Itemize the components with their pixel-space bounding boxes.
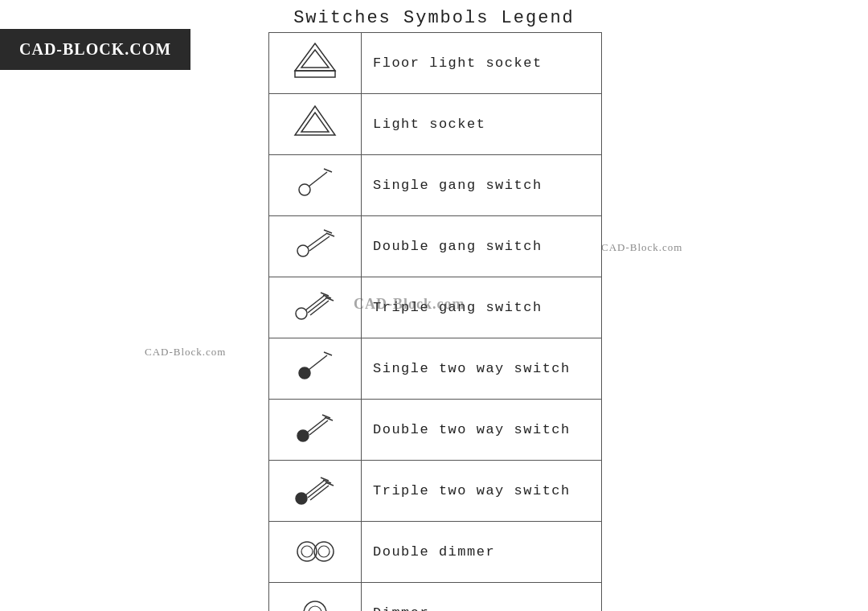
symbol-double-two-way-switch	[269, 400, 362, 461]
svg-line-10	[324, 230, 332, 233]
svg-point-28	[296, 493, 307, 504]
svg-point-23	[297, 430, 309, 441]
label-double-two-way-switch: Double two way switch	[362, 400, 602, 461]
svg-point-5	[299, 184, 310, 195]
label-single-gang-switch: Single gang switch	[362, 155, 602, 216]
svg-marker-4	[301, 113, 329, 132]
symbol-double-gang-switch	[269, 216, 362, 277]
symbol-single-gang-switch	[269, 155, 362, 216]
symbol-dimmer	[269, 583, 362, 612]
table-row: Double dimmer	[269, 522, 602, 583]
label-double-dimmer: Double dimmer	[362, 522, 602, 583]
label-dimmer: Dimmer	[362, 583, 602, 612]
brand-logo-mid-right: CAD-Block.com	[601, 241, 682, 254]
symbol-floor-light-socket	[269, 33, 362, 94]
brand-logo-mid-left: CAD-Block.com	[145, 346, 226, 359]
svg-rect-0	[295, 71, 335, 77]
symbol-triple-gang-switch	[269, 277, 362, 338]
table-row: Floor light socket	[269, 33, 602, 94]
label-floor-light-socket: Floor light socket	[362, 33, 602, 94]
table-row: Dimmer	[269, 583, 602, 612]
svg-point-40	[309, 606, 321, 611]
label-light-socket: Light socket	[362, 94, 602, 155]
label-triple-gang-switch: Triple gang switch	[362, 277, 602, 338]
brand-logo-top-left: CAD-Block.com	[0, 29, 190, 70]
table-row: Triple two way switch	[269, 461, 602, 522]
svg-marker-2	[301, 50, 329, 68]
table-row: Light socket	[269, 94, 602, 155]
svg-point-13	[296, 308, 307, 319]
svg-point-38	[318, 546, 330, 557]
svg-point-20	[299, 367, 310, 379]
label-single-two-way-switch: Single two way switch	[362, 338, 602, 400]
symbol-double-dimmer	[269, 522, 362, 583]
svg-point-8	[297, 245, 309, 256]
table-row: Double two way switch	[269, 400, 602, 461]
table-row: Triple gang switch	[269, 277, 602, 338]
svg-line-6	[309, 172, 327, 187]
label-triple-two-way-switch: Triple two way switch	[362, 461, 602, 522]
svg-marker-1	[295, 43, 335, 71]
page-title: Switches Symbols Legend	[293, 8, 575, 28]
svg-line-7	[324, 169, 332, 172]
svg-marker-3	[295, 106, 335, 135]
symbol-triple-two-way-switch	[269, 461, 362, 522]
svg-line-12	[326, 233, 334, 236]
table-row: Single gang switch	[269, 155, 602, 216]
symbol-single-two-way-switch	[269, 338, 362, 400]
table-row: Double gang switch	[269, 216, 602, 277]
legend-table: Floor light socket Light socket Single g…	[268, 32, 602, 611]
table-row: Single two way switch	[269, 338, 602, 400]
svg-line-21	[309, 355, 327, 370]
label-double-gang-switch: Double gang switch	[362, 216, 602, 277]
svg-line-22	[324, 352, 332, 355]
svg-point-36	[301, 546, 313, 557]
symbol-light-socket	[269, 94, 362, 155]
